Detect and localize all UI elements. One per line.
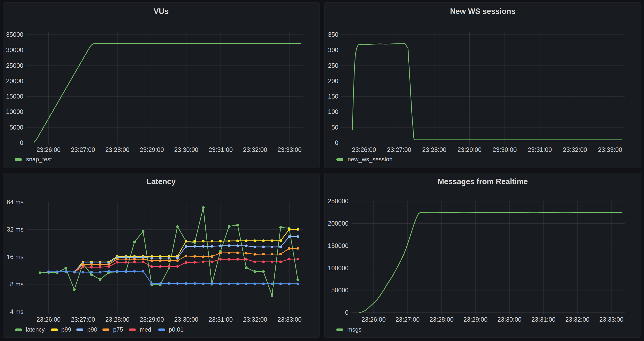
svg-text:msgs: msgs <box>347 326 362 333</box>
svg-text:200000: 200000 <box>328 220 348 227</box>
svg-text:23:26:00: 23:26:00 <box>36 316 60 323</box>
svg-text:latency: latency <box>26 326 45 333</box>
svg-text:23:28:00: 23:28:00 <box>430 316 454 323</box>
svg-text:0: 0 <box>335 139 338 146</box>
svg-text:20000: 20000 <box>6 78 23 84</box>
svg-text:300: 300 <box>328 47 338 53</box>
svg-text:100000: 100000 <box>328 264 348 271</box>
svg-text:23:30:00: 23:30:00 <box>174 146 198 153</box>
svg-text:250000: 250000 <box>328 198 348 204</box>
svg-text:23:32:00: 23:32:00 <box>243 316 267 323</box>
svg-text:p99: p99 <box>61 326 71 333</box>
svg-text:0: 0 <box>345 309 348 316</box>
svg-text:350: 350 <box>328 31 338 38</box>
svg-text:64 ms: 64 ms <box>7 199 24 205</box>
svg-text:23:26:00: 23:26:00 <box>36 146 60 153</box>
svg-text:23:28:00: 23:28:00 <box>106 316 130 323</box>
svg-text:new_ws_session: new_ws_session <box>348 156 392 163</box>
svg-text:p90: p90 <box>87 326 97 333</box>
svg-text:23:29:00: 23:29:00 <box>140 316 164 323</box>
svg-text:med: med <box>140 326 151 333</box>
svg-text:250: 250 <box>328 62 338 69</box>
svg-text:p0.01: p0.01 <box>169 326 184 333</box>
svg-text:150000: 150000 <box>328 242 348 249</box>
svg-text:25000: 25000 <box>6 62 23 69</box>
svg-text:23:33:00: 23:33:00 <box>598 146 622 153</box>
svg-text:50: 50 <box>332 124 338 131</box>
svg-text:10000: 10000 <box>6 108 23 115</box>
svg-text:23:31:00: 23:31:00 <box>209 316 233 323</box>
svg-text:4 ms: 4 ms <box>10 308 24 315</box>
svg-text:23:26:00: 23:26:00 <box>362 316 386 323</box>
svg-text:23:29:00: 23:29:00 <box>140 146 164 153</box>
svg-text:23:27:00: 23:27:00 <box>396 316 420 323</box>
svg-text:23:29:00: 23:29:00 <box>464 316 488 323</box>
svg-text:23:26:00: 23:26:00 <box>352 146 376 153</box>
svg-text:32 ms: 32 ms <box>7 226 24 233</box>
svg-text:23:27:00: 23:27:00 <box>71 316 95 323</box>
svg-text:23:28:00: 23:28:00 <box>422 146 446 153</box>
svg-text:23:28:00: 23:28:00 <box>106 146 130 153</box>
svg-text:23:31:00: 23:31:00 <box>531 316 556 323</box>
svg-text:16 ms: 16 ms <box>7 253 24 260</box>
svg-text:snap_test: snap_test <box>26 156 52 163</box>
svg-text:Latency: Latency <box>146 177 176 186</box>
svg-text:p75: p75 <box>113 326 123 333</box>
svg-text:Messages from Realtime: Messages from Realtime <box>438 177 528 186</box>
svg-text:23:30:00: 23:30:00 <box>493 146 517 153</box>
svg-text:VUs: VUs <box>154 7 168 16</box>
svg-text:23:27:00: 23:27:00 <box>387 146 411 153</box>
svg-text:23:33:00: 23:33:00 <box>278 146 302 153</box>
svg-text:23:30:00: 23:30:00 <box>498 316 522 323</box>
svg-text:23:31:00: 23:31:00 <box>209 146 233 153</box>
svg-text:23:32:00: 23:32:00 <box>565 316 590 323</box>
svg-text:23:32:00: 23:32:00 <box>563 146 587 153</box>
svg-text:23:33:00: 23:33:00 <box>599 316 624 323</box>
svg-text:150: 150 <box>328 93 338 100</box>
svg-text:15000: 15000 <box>6 93 23 100</box>
svg-text:100: 100 <box>328 108 338 115</box>
svg-text:200: 200 <box>328 78 338 84</box>
svg-text:50000: 50000 <box>331 287 348 294</box>
svg-text:23:27:00: 23:27:00 <box>71 146 95 153</box>
svg-text:5000: 5000 <box>10 124 23 131</box>
svg-text:23:32:00: 23:32:00 <box>243 146 267 153</box>
svg-text:23:29:00: 23:29:00 <box>458 146 482 153</box>
svg-text:23:30:00: 23:30:00 <box>174 316 198 323</box>
svg-text:8 ms: 8 ms <box>10 281 24 288</box>
svg-text:23:33:00: 23:33:00 <box>278 316 302 323</box>
svg-text:35000: 35000 <box>6 31 23 38</box>
svg-text:New WS sessions: New WS sessions <box>450 7 516 16</box>
svg-text:23:31:00: 23:31:00 <box>528 146 552 153</box>
svg-text:30000: 30000 <box>6 47 23 53</box>
svg-text:0: 0 <box>20 139 23 146</box>
